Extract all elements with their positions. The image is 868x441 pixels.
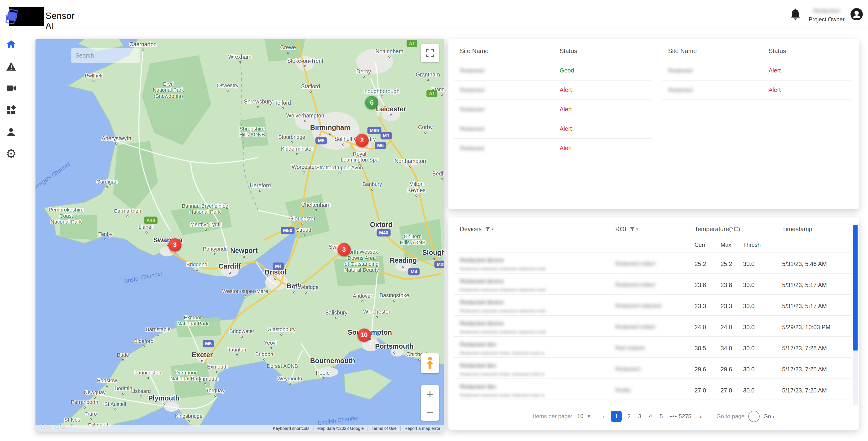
place-label: Andover <box>353 293 372 302</box>
park-label: Exmoor National Park <box>177 315 209 327</box>
place-dot <box>381 95 383 97</box>
devices-filter-icon[interactable]: ▾ <box>485 226 493 232</box>
sidebar-item-dashboard[interactable] <box>0 102 22 118</box>
sidebar-item-cameras[interactable] <box>0 80 22 96</box>
place-dot <box>157 334 159 336</box>
place-label: Bath <box>286 282 302 293</box>
notifications-bell-icon[interactable] <box>790 8 801 20</box>
sidebar-item-users[interactable] <box>0 124 22 140</box>
zoom-in-button[interactable]: + <box>421 385 439 403</box>
page-button-5[interactable]: 5 <box>656 413 666 420</box>
go-button[interactable]: Go <box>764 413 771 420</box>
cluster-marker[interactable]: 10 <box>358 328 371 342</box>
prev-page-button[interactable]: ‹ <box>598 412 609 420</box>
place-label: Newport <box>230 247 258 258</box>
place-dot <box>335 317 337 319</box>
place-label: Glastonbury <box>268 326 296 335</box>
place-label: Corby <box>418 124 433 134</box>
place-label: Stafford <box>301 83 320 93</box>
place-dot <box>259 190 261 192</box>
place-dot <box>441 178 443 180</box>
map-fullscreen-button[interactable] <box>421 44 439 62</box>
page-button-2[interactable]: 2 <box>624 413 634 420</box>
status-badge: Alert <box>560 145 572 152</box>
goto-page-input[interactable] <box>748 411 760 422</box>
zoom-out-button[interactable]: − <box>421 403 439 421</box>
account-avatar-icon[interactable] <box>850 7 863 21</box>
fullscreen-icon <box>426 49 434 57</box>
place-dot <box>274 277 276 280</box>
sidebar-item-home[interactable] <box>0 36 22 53</box>
items-per-page-caret-icon[interactable]: ▼ <box>587 414 591 419</box>
cluster-marker[interactable]: 3 <box>168 238 182 252</box>
last-page-button[interactable]: 5275 <box>677 413 695 420</box>
place-dot <box>290 141 293 144</box>
place-label: Perranporth <box>71 399 98 409</box>
place-label: Launceston <box>134 370 161 379</box>
terms-of-use-link[interactable]: Terms of Use <box>368 426 400 431</box>
place-dot <box>106 385 108 387</box>
go-chevron-icon[interactable]: › <box>772 413 775 420</box>
place-dot <box>204 383 206 385</box>
place-label: Bridgwater <box>229 328 254 338</box>
place-dot <box>361 300 364 302</box>
map-search-box[interactable] <box>71 48 140 63</box>
place-dot <box>270 347 272 349</box>
report-map-error-link[interactable]: Report a map error <box>400 426 444 431</box>
items-per-page-select[interactable]: 10 <box>576 412 585 420</box>
street-view-pegman-control[interactable] <box>421 353 439 373</box>
cluster-marker[interactable]: 6 <box>365 96 378 109</box>
place-label: Plymouth <box>148 394 179 406</box>
site-status-panel: Site Name Status Site Name Status Redact… <box>448 39 859 209</box>
place-dot <box>393 300 396 302</box>
roi-column-header: ROI ▾ <box>615 226 638 233</box>
next-page-button[interactable]: › <box>695 412 706 420</box>
roi-filter-icon[interactable]: ▾ <box>629 226 638 232</box>
place-dot <box>427 79 429 81</box>
place-dot <box>94 397 96 399</box>
sidebar-item-settings[interactable]: ⚙ <box>0 145 22 162</box>
place-dot <box>332 366 334 368</box>
road-badge: M40 <box>377 229 391 236</box>
place-label: Torquay <box>206 387 224 397</box>
table-scrollbar-thumb[interactable] <box>853 225 858 351</box>
map-panel[interactable]: CaernarfonCreweStoke-on-TrentNottinghamD… <box>35 39 444 432</box>
max-subheader: Max <box>720 242 731 248</box>
place-label: Stamford <box>431 86 444 96</box>
road-badge: M4 <box>273 263 284 270</box>
cluster-marker[interactable]: 2 <box>355 134 369 147</box>
road-badge: A1 <box>427 90 437 97</box>
place-dot <box>226 90 228 92</box>
place-label: Derby <box>356 68 371 78</box>
place-dot <box>264 358 266 360</box>
place-label: Carmarthen <box>114 208 141 217</box>
page-button-1[interactable]: 1 <box>611 411 622 422</box>
place-dot <box>147 377 149 379</box>
map-search-input[interactable] <box>75 52 151 59</box>
place-dot <box>371 188 373 190</box>
place-label: Cheltenham <box>301 202 331 211</box>
cluster-marker[interactable]: 3 <box>337 243 351 256</box>
place-label: Bedford <box>432 171 444 180</box>
road-badge: M4 <box>408 268 420 275</box>
place-dot <box>304 120 306 122</box>
place-label: Stoke-on-Trent <box>287 58 323 67</box>
keyboard-shortcuts-link[interactable]: Keyboard shortcuts <box>269 426 313 431</box>
place-label: Gloucester <box>289 215 315 225</box>
temperature-column-header: Temperature(°C) <box>694 226 740 233</box>
place-label: Tenby <box>98 231 113 241</box>
place-label: Northampton <box>395 158 426 168</box>
place-dot <box>305 292 307 294</box>
sidebar-item-alerts[interactable] <box>0 58 22 75</box>
place-dot <box>146 231 148 234</box>
place-label: Royal Leamington Spa <box>341 151 378 166</box>
place-dot <box>304 65 306 67</box>
page-button-3[interactable]: 3 <box>634 413 645 420</box>
page-button-4[interactable]: 4 <box>645 413 656 420</box>
user-role-label: Project Owner <box>806 16 847 23</box>
place-dot <box>140 395 142 398</box>
table-scrollbar-track[interactable] <box>853 225 858 405</box>
curr-subheader: Curr <box>694 242 706 248</box>
road-badge: M1 <box>380 132 392 139</box>
place-label: Telford <box>275 100 291 109</box>
